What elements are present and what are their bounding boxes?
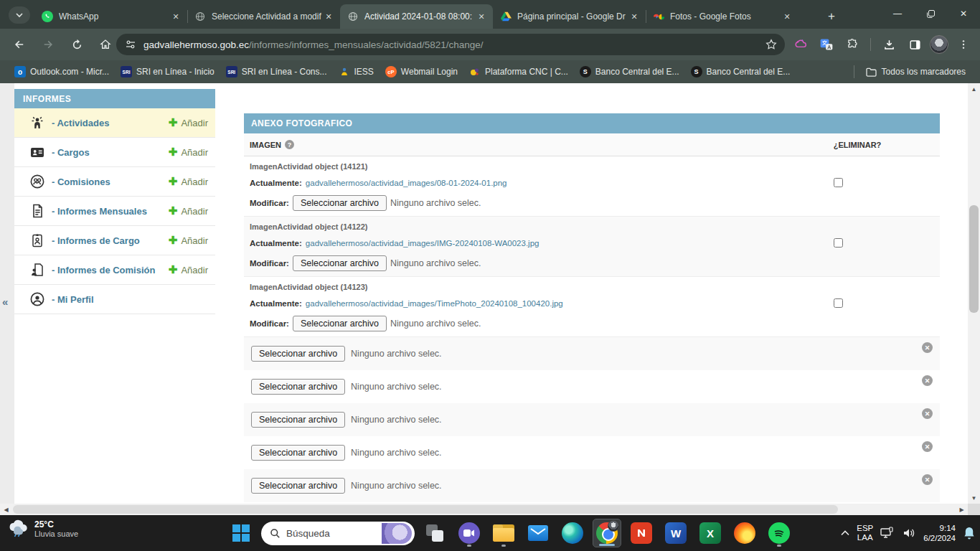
translate-icon[interactable] bbox=[816, 34, 837, 55]
spotify-app-button[interactable] bbox=[765, 519, 793, 547]
remove-row-icon[interactable]: ✕ bbox=[922, 474, 933, 485]
bookmark-banco-central-1[interactable]: SBanco Central del E... bbox=[574, 63, 685, 80]
back-button[interactable] bbox=[9, 34, 30, 55]
current-file-link[interactable]: gadvallehermoso/actividad_images/IMG-202… bbox=[306, 239, 540, 248]
bookmark-outlook[interactable]: oOutlook.com - Micr... bbox=[9, 63, 115, 80]
window-maximize-button[interactable] bbox=[914, 0, 947, 27]
all-bookmarks-button[interactable]: Todos los marcadores bbox=[860, 63, 971, 80]
remove-row-icon[interactable]: ✕ bbox=[922, 375, 933, 386]
menu-kebab-icon[interactable] bbox=[953, 34, 974, 55]
horizontal-scroll-thumb[interactable] bbox=[13, 505, 838, 514]
home-button[interactable] bbox=[95, 34, 116, 55]
add-informe-comision-link[interactable]: ✚Añadir bbox=[169, 263, 208, 276]
tray-chevron-up[interactable] bbox=[841, 530, 849, 536]
site-settings-icon[interactable] bbox=[125, 39, 136, 50]
seleccionar-archivo-button[interactable]: Seleccionar archivo bbox=[293, 195, 387, 211]
word-app-button[interactable]: W bbox=[661, 519, 690, 547]
extensions-puzzle-icon[interactable] bbox=[842, 34, 863, 55]
downloads-button[interactable] bbox=[878, 34, 900, 55]
window-close-button[interactable]: ✕ bbox=[947, 0, 980, 27]
vertical-scroll-thumb[interactable] bbox=[969, 205, 979, 313]
weather-widget[interactable]: 25°CLluvia suave bbox=[7, 519, 78, 538]
tab-close-icon[interactable]: ✕ bbox=[323, 11, 334, 22]
seleccionar-archivo-button[interactable]: Seleccionar archivo bbox=[251, 478, 345, 494]
scroll-down-arrow[interactable]: ▼ bbox=[968, 492, 980, 504]
seleccionar-archivo-button[interactable]: Seleccionar archivo bbox=[251, 412, 345, 428]
bookmark-star-icon[interactable] bbox=[765, 38, 778, 51]
file-explorer-button[interactable] bbox=[489, 519, 518, 547]
sidebar-item-actividades[interactable]: - Actividades ✚Añadir bbox=[14, 108, 215, 138]
chat-app-button[interactable] bbox=[455, 519, 484, 547]
current-file-link[interactable]: gadvallehermoso/actividad_images/TimePho… bbox=[306, 299, 563, 308]
seleccionar-archivo-button[interactable]: Seleccionar archivo bbox=[251, 346, 345, 362]
firefox-browser-button[interactable] bbox=[730, 519, 759, 547]
sidebar-item-informes-de-cargo[interactable]: - Informes de Cargo ✚Añadir bbox=[14, 226, 215, 255]
bookmark-cnc[interactable]: Plataforma CNC | C... bbox=[463, 63, 574, 80]
sidebar-collapse-toggle[interactable]: « bbox=[2, 296, 8, 308]
tab-google-fotos[interactable]: Fotos - Google Fotos ✕ bbox=[646, 4, 798, 29]
add-cargo-link[interactable]: ✚Añadir bbox=[169, 146, 208, 159]
scroll-up-arrow[interactable]: ▲ bbox=[968, 83, 980, 95]
reload-button[interactable] bbox=[66, 34, 88, 55]
profile-avatar[interactable] bbox=[930, 35, 948, 54]
seleccionar-archivo-button[interactable]: Seleccionar archivo bbox=[251, 445, 345, 461]
seleccionar-archivo-button[interactable]: Seleccionar archivo bbox=[251, 379, 345, 395]
seleccionar-archivo-button[interactable]: Seleccionar archivo bbox=[293, 316, 387, 331]
tab-close-icon[interactable]: ✕ bbox=[476, 11, 487, 22]
bookmark-iess[interactable]: IESS bbox=[333, 63, 380, 80]
add-informe-cargo-link[interactable]: ✚Añadir bbox=[169, 234, 208, 247]
notification-bell-icon[interactable] bbox=[963, 526, 976, 540]
tab-close-icon[interactable]: ✕ bbox=[781, 11, 793, 22]
network-icon[interactable] bbox=[880, 527, 895, 540]
forward-button[interactable] bbox=[37, 34, 59, 55]
add-actividad-link[interactable]: ✚Añadir bbox=[169, 116, 208, 129]
tab-seleccione-actividad[interactable]: Seleccione Actividad a modif ✕ bbox=[187, 4, 340, 29]
bookmark-sri-consultas[interactable]: SRISRI en Línea - Cons... bbox=[220, 63, 333, 80]
sidebar-item-informes-de-comision[interactable]: - Informes de Comisión ✚Añadir bbox=[14, 255, 215, 285]
bookmark-sri-inicio[interactable]: SRISRI en Línea - Inicio bbox=[115, 63, 220, 80]
vertical-scrollbar[interactable]: ▲ ▼ bbox=[968, 83, 980, 504]
add-informe-mensual-link[interactable]: ✚Añadir bbox=[169, 204, 208, 217]
start-button[interactable] bbox=[227, 519, 255, 547]
delete-checkbox[interactable] bbox=[834, 178, 843, 187]
delete-checkbox[interactable] bbox=[834, 298, 843, 308]
mail-app-button[interactable] bbox=[524, 519, 552, 547]
sidebar-item-mi-perfil[interactable]: - Mi Perfil bbox=[14, 285, 215, 314]
sidebar-item-comisiones[interactable]: - Comisiones ✚Añadir bbox=[14, 167, 215, 197]
delete-checkbox[interactable] bbox=[834, 238, 843, 248]
sidebar-item-cargos[interactable]: - Cargos ✚Añadir bbox=[14, 138, 215, 167]
tab-whatsapp[interactable]: WhatsApp ✕ bbox=[34, 4, 187, 29]
task-view-button[interactable] bbox=[420, 519, 449, 547]
language-indicator[interactable]: ESPLAA bbox=[857, 524, 873, 542]
remove-row-icon[interactable]: ✕ bbox=[922, 408, 933, 419]
remove-row-icon[interactable]: ✕ bbox=[922, 342, 933, 353]
tab-actividad-active[interactable]: Actividad 2024-01-08 08:00: ✕ bbox=[340, 4, 493, 29]
new-tab-button[interactable]: + bbox=[822, 7, 841, 26]
address-bar[interactable]: gadvallehermoso.gob.ec/informes/informes… bbox=[116, 34, 785, 55]
tab-search-button[interactable] bbox=[9, 6, 30, 24]
seleccionar-archivo-button[interactable]: Seleccionar archivo bbox=[293, 255, 387, 271]
bookmark-banco-central-2[interactable]: SBanco Central del E... bbox=[685, 63, 796, 80]
scroll-right-arrow[interactable]: ▶ bbox=[956, 504, 968, 515]
edge-browser-button[interactable] bbox=[558, 519, 587, 547]
scroll-left-arrow[interactable]: ◀ bbox=[0, 504, 12, 515]
excel-app-button[interactable]: X bbox=[696, 519, 725, 547]
window-minimize-button[interactable]: — bbox=[881, 0, 914, 27]
add-comision-link[interactable]: ✚Añadir bbox=[169, 175, 208, 188]
chrome-browser-button[interactable] bbox=[593, 519, 621, 547]
remove-row-icon[interactable]: ✕ bbox=[922, 441, 933, 452]
tab-google-drive[interactable]: Página principal - Google Dr ✕ bbox=[493, 4, 646, 29]
volume-icon[interactable] bbox=[902, 527, 916, 540]
clock-widget[interactable]: 9:146/2/2024 bbox=[923, 523, 956, 543]
extension-cloud-icon[interactable] bbox=[790, 34, 811, 55]
sidebar-item-informes-mensuales[interactable]: - Informes Mensuales ✚Añadir bbox=[14, 197, 215, 226]
tab-close-icon[interactable]: ✕ bbox=[170, 11, 182, 22]
side-panel-button[interactable] bbox=[904, 34, 925, 55]
bookmark-webmail[interactable]: cPWebmail Login bbox=[380, 63, 463, 80]
help-icon[interactable]: ? bbox=[285, 140, 294, 149]
horizontal-scrollbar[interactable]: ◀ ▶ bbox=[0, 504, 968, 515]
current-file-link[interactable]: gadvallehermoso/actividad_images/08-01-2… bbox=[306, 179, 507, 187]
taskbar-search-box[interactable]: Búsqueda bbox=[261, 522, 415, 545]
tab-close-icon[interactable]: ✕ bbox=[628, 11, 640, 22]
pdf-app-button[interactable] bbox=[627, 519, 656, 547]
